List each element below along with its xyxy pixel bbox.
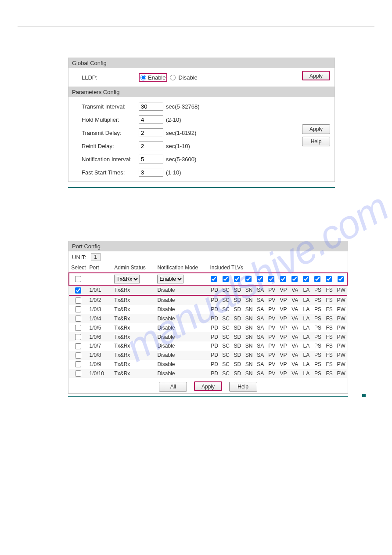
parameters-config-panel: Parameters Config Transmit Interval:sec(…	[68, 87, 335, 182]
table-row: 1/0/7Tx&RxDisablePDSCSDSNSAPVVPVALAPSFSP…	[69, 341, 347, 351]
tlv-cell: PV	[266, 341, 277, 351]
port-cell: 1/0/3	[88, 305, 113, 314]
tlv-cell: PV	[266, 285, 277, 295]
table-row: 1/0/1Tx&RxDisablePDSCSDSNSAPVVPVALAPSFSP…	[69, 285, 347, 295]
tlv-checkbox[interactable]	[338, 276, 344, 282]
tlv-checkbox[interactable]	[291, 276, 298, 282]
tlv-cell: SD	[232, 295, 243, 305]
admin-status-cell: Tx&Rx	[113, 351, 156, 360]
tlv-cell: PD	[209, 323, 220, 332]
tlv-cell: SA	[255, 295, 266, 305]
tlv-cell: PD	[209, 351, 220, 360]
tlv-cell: FS	[324, 305, 335, 314]
tlv-cell: LA	[301, 295, 312, 305]
select-all-checkbox[interactable]	[75, 276, 81, 282]
row-select-checkbox[interactable]	[75, 325, 81, 331]
table-row: 1/0/4Tx&RxDisablePDSCSDSNSAPVVPVALAPSFSP…	[69, 314, 347, 323]
tlv-checkbox[interactable]	[303, 276, 309, 282]
tlv-cell: PW	[335, 323, 347, 332]
param-hint: sec(1-10)	[166, 143, 190, 149]
tlv-cell: PD	[209, 285, 220, 295]
port-cell: 1/0/9	[88, 360, 113, 369]
params-apply-button[interactable]: Apply	[302, 124, 330, 134]
global-apply-button[interactable]: Apply	[302, 71, 330, 80]
row-select-checkbox[interactable]	[75, 287, 81, 294]
tlv-cell: SD	[232, 332, 243, 341]
tlv-cell: LA	[301, 314, 312, 323]
tlv-checkbox[interactable]	[223, 276, 229, 282]
page-indicator-icon	[362, 394, 366, 397]
tlv-checkbox[interactable]	[211, 276, 217, 282]
row-select-checkbox[interactable]	[75, 361, 81, 367]
tlv-cell: PV	[266, 351, 277, 360]
tlv-cell: PS	[312, 285, 324, 295]
lldp-disable-label: Disable	[178, 74, 197, 81]
port-cell: 1/0/1	[88, 285, 113, 295]
tlv-cell: PW	[335, 295, 347, 305]
row-select-checkbox[interactable]	[75, 306, 81, 312]
notification-mode-select[interactable]: Enable	[157, 275, 183, 283]
param-input[interactable]	[139, 128, 163, 137]
tlv-cell: LA	[301, 360, 312, 369]
tlv-cell: PW	[335, 332, 347, 341]
tlv-cell: FS	[324, 351, 335, 360]
port-help-button[interactable]: Help	[229, 382, 257, 392]
tlv-checkbox[interactable]	[257, 276, 263, 282]
lldp-disable-radio[interactable]	[170, 75, 176, 80]
tlv-cell: VP	[277, 369, 289, 378]
tlv-cell: SC	[220, 341, 232, 351]
param-input[interactable]	[139, 102, 163, 111]
tlv-checkbox[interactable]	[280, 276, 286, 282]
tlv-cell: PS	[312, 360, 324, 369]
tlv-cell: SD	[232, 341, 243, 351]
lldp-enable-radio[interactable]	[140, 75, 146, 80]
tlv-cell: VP	[277, 295, 289, 305]
params-help-button[interactable]: Help	[302, 137, 330, 146]
tlv-checkbox[interactable]	[268, 276, 274, 282]
tlv-cell: VA	[289, 332, 301, 341]
notification-mode-cell: Disable	[156, 285, 209, 295]
admin-status-cell: Tx&Rx	[113, 360, 156, 369]
param-row: Transmit Interval:sec(5-32768)	[82, 100, 330, 113]
param-input[interactable]	[139, 168, 163, 177]
tlv-cell: FS	[324, 341, 335, 351]
tlv-cell: SD	[232, 351, 243, 360]
tlv-checkbox[interactable]	[326, 276, 332, 282]
param-hint: sec(5-3600)	[166, 156, 196, 163]
tlv-checkbox[interactable]	[314, 276, 320, 282]
row-select-checkbox[interactable]	[75, 334, 81, 340]
param-input[interactable]	[139, 115, 163, 124]
tlv-cell: LA	[301, 285, 312, 295]
tlv-cell: LA	[301, 341, 312, 351]
admin-status-select[interactable]: Tx&Rx	[114, 275, 140, 283]
unit-selector[interactable]: 1	[91, 253, 101, 261]
tlv-cell: PS	[312, 295, 324, 305]
tlv-cell: PS	[312, 305, 324, 314]
col-tlvs: Included TLVs	[209, 263, 347, 273]
param-row: Hold Multiplier:(2-10)	[82, 113, 330, 126]
all-button[interactable]: All	[159, 382, 187, 392]
row-select-checkbox[interactable]	[75, 352, 81, 359]
row-select-checkbox[interactable]	[75, 343, 81, 349]
col-port: Port	[88, 263, 113, 273]
tlv-cell: SC	[220, 285, 232, 295]
admin-status-cell: Tx&Rx	[113, 332, 156, 341]
section-divider-2	[68, 396, 348, 397]
row-select-checkbox[interactable]	[75, 370, 81, 377]
tlv-cell: SC	[220, 351, 232, 360]
tlv-cell: SD	[232, 369, 243, 378]
tlv-cell: LA	[301, 332, 312, 341]
row-select-checkbox[interactable]	[75, 297, 81, 304]
tlv-cell: LA	[301, 305, 312, 314]
port-apply-button[interactable]: Apply	[194, 381, 222, 391]
admin-status-cell: Tx&Rx	[113, 341, 156, 351]
tlv-cell: SA	[255, 369, 266, 378]
row-select-checkbox[interactable]	[75, 316, 81, 322]
tlv-cell: PS	[312, 369, 324, 378]
tlv-checkbox[interactable]	[245, 276, 252, 282]
param-input[interactable]	[139, 141, 163, 150]
tlv-cell: PW	[335, 314, 347, 323]
param-input[interactable]	[139, 155, 163, 163]
notification-mode-cell: Disable	[156, 369, 209, 378]
tlv-checkbox[interactable]	[234, 276, 240, 282]
